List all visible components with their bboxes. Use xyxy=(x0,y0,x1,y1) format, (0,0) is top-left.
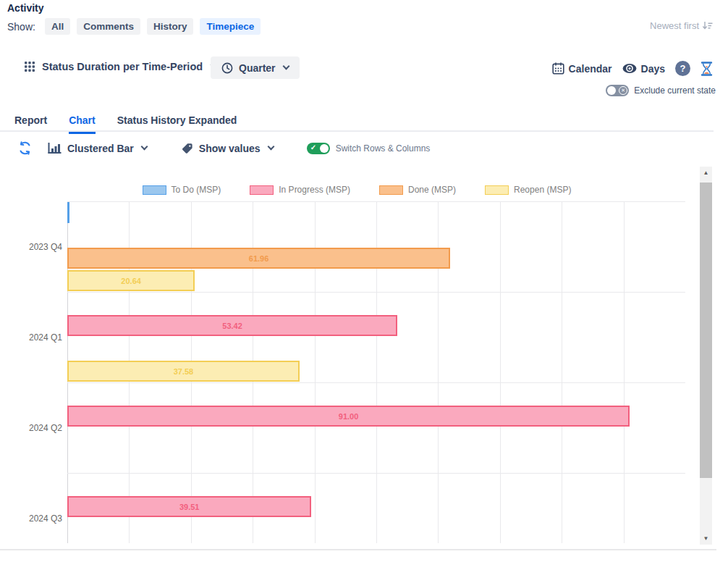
category-label: 2024 Q2 xyxy=(0,423,62,433)
tabs-divider xyxy=(0,130,714,132)
calendar-button[interactable]: Calendar xyxy=(552,62,612,75)
chevron-down-icon xyxy=(267,143,274,150)
refresh-icon xyxy=(18,141,32,155)
legend-label: To Do (MSP) xyxy=(172,185,221,195)
bar-done-msp-[interactable]: 61.96 xyxy=(67,248,450,269)
grid-icon xyxy=(24,61,35,72)
period-selector-label: Quarter xyxy=(239,62,276,74)
bar-value-label: 37.58 xyxy=(69,367,298,376)
bar-reopen-msp-[interactable]: 37.58 xyxy=(67,361,300,382)
chart-type-selector[interactable]: Clustered Bar xyxy=(48,143,147,154)
legend-swatch xyxy=(485,185,509,195)
gridline xyxy=(67,382,685,383)
hourglass-button[interactable] xyxy=(701,62,713,76)
toggle-knob xyxy=(320,144,329,153)
sort-order-label: Newest first xyxy=(650,20,699,31)
report-selector-label: Status Duration per Time-Period xyxy=(42,61,203,72)
filter-comments-button[interactable]: Comments xyxy=(77,18,140,35)
toggle-knob xyxy=(607,86,616,95)
eye-icon xyxy=(622,63,637,74)
category-label: 2024 Q3 xyxy=(0,513,62,524)
category-axis-labels: 2023 Q42024 Q12024 Q22024 Q3 xyxy=(0,201,62,543)
show-filter-row: Show: All Comments History Timepiece xyxy=(7,18,261,35)
filter-all-button[interactable]: All xyxy=(45,18,70,35)
bar-value-label: 20.64 xyxy=(69,277,193,285)
unit-selector-label: Days xyxy=(641,63,665,75)
clock-icon xyxy=(221,62,233,74)
exclude-current-state-label: Exclude current state xyxy=(634,85,716,96)
scrollbar-thumb[interactable] xyxy=(700,183,712,478)
gridline xyxy=(500,201,501,543)
report-selector[interactable]: Status Duration per Time-Period xyxy=(24,61,216,72)
scrollbar-track[interactable]: ▲ ▼ xyxy=(700,167,712,545)
gridline xyxy=(562,201,562,543)
legend-item[interactable]: To Do (MSP) xyxy=(143,185,221,195)
cross-icon: ✕ xyxy=(619,86,627,95)
question-mark-icon: ? xyxy=(680,63,686,74)
switch-rows-columns-label: Switch Rows & Columns xyxy=(336,143,431,154)
bar-in-progress-msp-[interactable]: 53.42 xyxy=(67,315,397,336)
chart-type-label: Clustered Bar xyxy=(67,143,134,154)
switch-rows-columns-toggle[interactable]: ✓ xyxy=(307,143,330,154)
gridline xyxy=(67,473,685,474)
switch-rows-columns-group: ✓ Switch Rows & Columns xyxy=(307,143,431,154)
calendar-label: Calendar xyxy=(569,63,612,75)
help-button[interactable]: ? xyxy=(675,61,690,76)
legend-swatch xyxy=(143,185,166,195)
legend-label: Reopen (MSP) xyxy=(514,185,571,195)
show-values-label: Show values xyxy=(199,143,261,154)
bar-value-label: 61.96 xyxy=(69,254,449,263)
bar-chart-icon xyxy=(48,143,62,154)
legend-item[interactable]: Reopen (MSP) xyxy=(485,185,571,195)
scrollbar-down-arrow[interactable]: ▼ xyxy=(700,532,712,545)
toolbar-right: Calendar Days ? xyxy=(552,61,713,76)
gridline xyxy=(67,201,685,202)
sort-order-control[interactable]: Newest first xyxy=(650,20,713,31)
gridline xyxy=(624,201,625,543)
exclude-current-state-row: ✕ Exclude current state xyxy=(606,85,716,96)
chart-legend: To Do (MSP)In Progress (MSP)Done (MSP)Re… xyxy=(0,185,714,195)
check-icon: ✓ xyxy=(310,143,316,151)
gridline xyxy=(67,292,685,293)
chart-plot-area: 53.4291.0039.5161.9620.6437.58 xyxy=(67,201,685,543)
exclude-current-state-toggle[interactable]: ✕ xyxy=(606,85,629,96)
bar-in-progress-msp-[interactable]: 39.51 xyxy=(67,496,311,517)
bar-to-do-msp-[interactable] xyxy=(67,202,69,223)
show-values-selector[interactable]: Show values xyxy=(182,143,274,154)
filter-timepiece-button[interactable]: Timepiece xyxy=(200,18,261,35)
category-label: 2023 Q4 xyxy=(0,242,62,252)
bar-value-label: 53.42 xyxy=(69,322,396,330)
hourglass-icon xyxy=(701,62,713,76)
legend-item[interactable]: Done (MSP) xyxy=(379,185,456,195)
bar-in-progress-msp-[interactable]: 91.00 xyxy=(67,406,630,427)
bar-reopen-msp-[interactable]: 20.64 xyxy=(67,270,195,291)
chevron-down-icon xyxy=(282,62,289,70)
period-selector[interactable]: Quarter xyxy=(211,56,300,79)
bar-value-label: 39.51 xyxy=(69,503,310,511)
legend-label: In Progress (MSP) xyxy=(279,185,350,195)
unit-selector[interactable]: Days xyxy=(622,63,665,75)
chart-controls: Clustered Bar Show values ✓ Switch Rows … xyxy=(18,141,430,155)
show-label: Show: xyxy=(7,21,35,33)
bottom-divider xyxy=(0,549,716,550)
sort-descending-icon xyxy=(702,21,713,30)
scrollbar-up-arrow[interactable]: ▲ xyxy=(700,167,712,179)
legend-label: Done (MSP) xyxy=(408,185,456,195)
filter-history-button[interactable]: History xyxy=(147,18,194,35)
legend-swatch xyxy=(379,185,403,195)
legend-swatch xyxy=(250,185,274,195)
refresh-button[interactable] xyxy=(18,141,32,155)
bar-value-label: 91.00 xyxy=(69,412,628,421)
category-label: 2024 Q1 xyxy=(0,332,62,343)
calendar-icon xyxy=(552,62,564,75)
legend-item[interactable]: In Progress (MSP) xyxy=(250,185,350,195)
tag-icon xyxy=(182,143,193,154)
chevron-down-icon xyxy=(140,143,148,150)
page-title: Activity xyxy=(7,2,44,14)
